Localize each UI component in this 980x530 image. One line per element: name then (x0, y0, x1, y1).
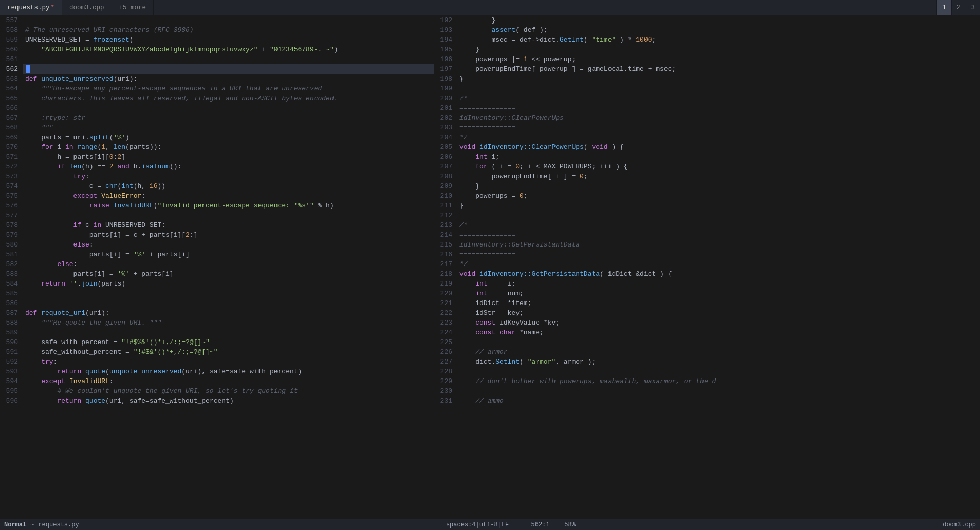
line-591: 591 safe_without_percent = "!#$&'()*+,/:… (0, 347, 434, 357)
line-595: 595 # We couldn't unquote the given URI,… (0, 386, 434, 396)
tab-modified-indicator: * (51, 4, 55, 11)
r-line-215: 215 idInventory::GetPersistantData (434, 240, 980, 250)
tab-more[interactable]: +5 more (112, 0, 154, 15)
left-code-area[interactable]: 557 558 # The unreserved URI characters … (0, 15, 434, 519)
line-562: 562 (0, 64, 434, 74)
r-line-217: 217 */ (434, 259, 980, 269)
r-line-227: 227 dict.SetInt( "armor", armor ); (434, 357, 980, 367)
left-code-lines: 557 558 # The unreserved URI characters … (0, 15, 434, 406)
window-numbers: 1 2 3 (936, 0, 980, 15)
r-line-228: 228 (434, 367, 980, 376)
line-584: 584 return ''.join(parts) (0, 279, 434, 289)
editor-container: 557 558 # The unreserved URI characters … (0, 15, 980, 519)
line-570: 570 for i in range(1, len(parts)): (0, 142, 434, 152)
line-571: 571 h = parts[i][0:2] (0, 152, 434, 162)
r-line-193: 193 assert( def ); (434, 25, 980, 35)
r-line-223: 223 const idKeyValue *kv; (434, 318, 980, 328)
line-592: 592 try: (0, 357, 434, 367)
r-line-231: 231 // ammo (434, 396, 980, 406)
line-575: 575 except ValueError: (0, 191, 434, 201)
r-line-218: 218 void idInventory::GetPersistantData(… (434, 269, 980, 279)
r-line-200: 200 /* (434, 93, 980, 103)
r-line-196: 196 powerups |= 1 << powerup; (434, 54, 980, 64)
line-578: 578 if c in UNRESERVED_SET: (0, 220, 434, 230)
line-583: 583 parts[i] = '%' + parts[i] (0, 269, 434, 279)
status-separator: ~ (30, 521, 34, 528)
tab-label: +5 more (119, 4, 146, 11)
line-560: 560 "ABCDEFGHIJKLMNOPQRSTUVWXYZabcdefghi… (0, 45, 434, 54)
status-percent: 58% (564, 521, 576, 528)
r-line-202: 202 idInventory::ClearPowerUps (434, 113, 980, 123)
r-line-212: 212 (434, 211, 980, 220)
right-code-lines: 192 } 193 assert( def ); 194 msec = def-… (434, 15, 980, 406)
r-line-225: 225 (434, 337, 980, 347)
r-line-213: 213 /* (434, 220, 980, 230)
r-line-209: 209 } (434, 181, 980, 191)
r-line-207: 207 for ( i = 0; i < MAX_POWERUPS; i++ )… (434, 162, 980, 172)
line-561: 561 (0, 54, 434, 64)
line-573: 573 try: (0, 172, 434, 181)
status-right: doom3.cpp (938, 521, 980, 528)
r-line-220: 220 int num; (434, 289, 980, 298)
r-line-203: 203 ============== (434, 123, 980, 132)
tab-doom3-cpp[interactable]: doom3.cpp (62, 0, 112, 15)
r-line-211: 211 } (434, 201, 980, 211)
line-579: 579 parts[i] = c + parts[i][2:] (0, 230, 434, 240)
status-left: Normal ~ requests.py (0, 521, 83, 528)
line-589: 589 (0, 328, 434, 337)
status-mode: Normal (4, 521, 26, 528)
r-line-192: 192 } (434, 15, 980, 25)
window-num-1[interactable]: 1 (936, 0, 951, 15)
r-line-199: 199 (434, 84, 980, 93)
line-565: 565 characters. This leaves all reserved… (0, 93, 434, 103)
r-line-221: 221 idDict *item; (434, 298, 980, 308)
line-576: 576 raise InvalidURL("Invalid percent-es… (0, 201, 434, 211)
line-572: 572 if len(h) == 2 and h.isalnum(): (0, 162, 434, 172)
status-encoding: spaces:4|utf-8|LF (446, 521, 509, 528)
line-586: 586 (0, 298, 434, 308)
line-581: 581 parts[i] = '%' + parts[i] (0, 250, 434, 259)
line-559: 559 UNRESERVED_SET = frozenset( (0, 35, 434, 45)
window-num-3[interactable]: 3 (966, 0, 980, 15)
line-585: 585 (0, 289, 434, 298)
r-line-206: 206 int i; (434, 152, 980, 162)
right-code-area[interactable]: 192 } 193 assert( def ); 194 msec = def-… (434, 15, 980, 519)
tab-label: doom3.cpp (69, 4, 104, 11)
status-left-file: requests.py (38, 521, 79, 528)
tab-requests-py[interactable]: requests.py* (0, 0, 62, 15)
r-line-214: 214 ============== (434, 230, 980, 240)
line-564: 564 """Un-escape any percent-escape sequ… (0, 84, 434, 93)
line-590: 590 safe_with_percent = "!#$%&'()*+,/:;=… (0, 337, 434, 347)
window-num-2[interactable]: 2 (951, 0, 966, 15)
line-563: 563 def unquote_unreserved(uri): (0, 74, 434, 84)
line-580: 580 else: (0, 240, 434, 250)
r-line-222: 222 idStr key; (434, 308, 980, 318)
r-line-219: 219 int i; (434, 279, 980, 289)
r-line-210: 210 powerups = 0; (434, 191, 980, 201)
line-574: 574 c = chr(int(h, 16)) (0, 181, 434, 191)
line-588: 588 """Re-quote the given URI. """ (0, 318, 434, 328)
r-line-197: 197 powerupEndTime[ powerup ] = gameLoca… (434, 64, 980, 74)
line-558: 558 # The unreserved URI characters (RFC… (0, 25, 434, 35)
right-pane: 192 } 193 assert( def ); 194 msec = def-… (434, 15, 980, 519)
line-594: 594 except InvalidURL: (0, 376, 434, 386)
status-bar: Normal ~ requests.py spaces:4|utf-8|LF 5… (0, 519, 980, 530)
line-566: 566 (0, 103, 434, 113)
r-line-194: 194 msec = def->dict.GetInt( "time" ) * … (434, 35, 980, 45)
r-line-205: 205 void idInventory::ClearPowerUps( voi… (434, 142, 980, 152)
r-line-201: 201 ============== (434, 103, 980, 113)
r-line-226: 226 // armor (434, 347, 980, 357)
line-582: 582 else: (0, 259, 434, 269)
line-567: 567 :rtype: str (0, 113, 434, 123)
status-right-file: doom3.cpp (942, 521, 976, 528)
r-line-208: 208 powerupEndTime[ i ] = 0; (434, 172, 980, 181)
r-line-198: 198 } (434, 74, 980, 84)
left-pane: 557 558 # The unreserved URI characters … (0, 15, 434, 519)
r-line-195: 195 } (434, 45, 980, 54)
tab-bar: requests.py* doom3.cpp +5 more 1 2 3 (0, 0, 980, 15)
r-line-230: 230 (434, 386, 980, 396)
line-557: 557 (0, 15, 434, 25)
r-line-216: 216 ============== (434, 250, 980, 259)
status-center: spaces:4|utf-8|LF 562:1 58% (83, 521, 939, 528)
r-line-204: 204 */ (434, 132, 980, 142)
